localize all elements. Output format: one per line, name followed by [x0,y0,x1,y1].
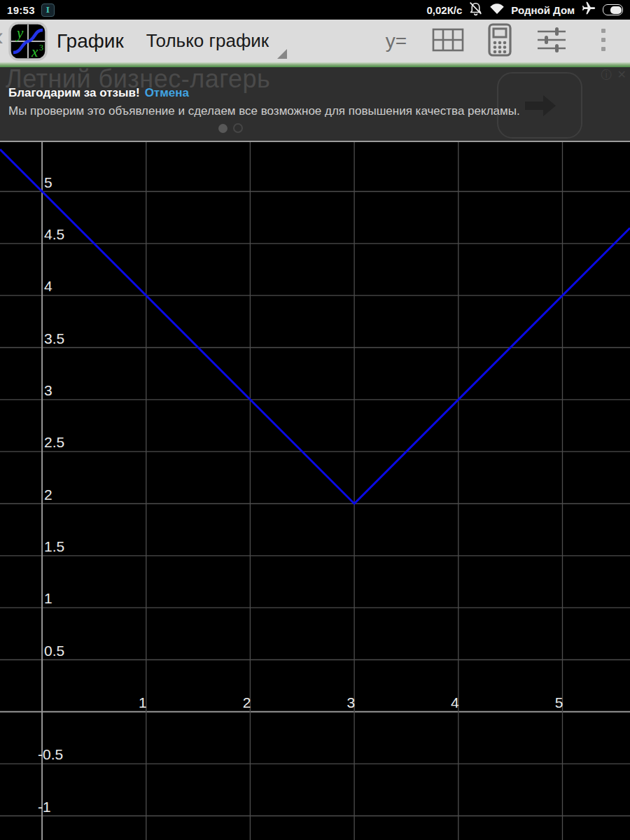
ad-close-icon[interactable]: ✕ [617,68,626,83]
feedback-detail-text: Мы проверим это объявление и сделаем все… [8,104,520,118]
overflow-menu-icon [601,28,606,55]
bell-muted-icon [468,1,483,19]
airplane-mode-icon [581,1,596,19]
cancel-link[interactable]: Отмена [145,86,189,99]
svg-text:0.5: 0.5 [44,643,64,659]
svg-text:x: x [31,43,38,60]
svg-text:-1: -1 [38,799,51,815]
ad-info-icon[interactable]: ⓘ [601,68,612,83]
clock: 19:53 [7,4,35,16]
calculator-icon [488,23,512,59]
page-dot-inactive [233,123,243,133]
calculator-button[interactable] [484,23,515,59]
svg-text:1.5: 1.5 [44,538,64,554]
svg-text:5: 5 [44,174,52,190]
ghost-ad-corner-icons: ⓘ ✕ [601,68,626,83]
svg-text:5: 5 [555,694,564,710]
svg-text:2: 2 [44,486,52,503]
y-equals-icon: y= [386,30,407,52]
svg-text:4.5: 4.5 [44,226,64,242]
notification-icon: I [41,4,55,17]
arrow-right-icon [519,92,560,120]
toolbar: ‹ y x 3 График Только график y= [0,20,630,62]
toolbar-actions: y= [381,23,619,59]
svg-text:3.5: 3.5 [44,330,64,346]
spinner-handle-icon [277,49,287,59]
banner-top-accent [0,62,630,67]
sliders-icon [536,26,567,57]
battery-icon [603,4,623,15]
overflow-menu-button[interactable] [588,23,619,59]
svg-text:1: 1 [139,694,147,710]
svg-text:4: 4 [451,694,459,710]
status-bar: 19:53 I 0,02К/с Родной Дом [0,0,630,20]
screen: 19:53 I 0,02К/с Родной Дом [0,0,630,840]
view-mode-spinner[interactable]: Только график [146,20,288,62]
back-button[interactable]: ‹ [0,24,4,50]
svg-text:3: 3 [346,694,355,710]
plot-canvas[interactable]: 54.543.532.521.510.5-0.5-112345 [0,142,630,840]
svg-text:2.5: 2.5 [44,434,64,450]
table-button[interactable] [433,23,463,59]
wifi-icon [489,2,505,18]
page-title: График [57,30,124,52]
network-speed: 0,02К/с [426,4,462,16]
svg-text:4: 4 [44,278,52,294]
feedback-message: Благодарим за отзыв!Отмена Мы проверим э… [8,86,520,118]
sliders-button[interactable] [536,23,567,59]
svg-text:2: 2 [243,694,251,710]
svg-text:-0.5: -0.5 [38,746,63,762]
page-indicator [218,123,243,133]
ad-banner[interactable]: Летний бизнес-лагерь ⓘ ✕ Благодарим за о… [0,67,630,142]
page-dot-active [218,124,227,133]
battery-fill [610,6,622,14]
svg-text:3: 3 [39,43,43,52]
table-icon [432,28,464,55]
graph-area[interactable]: 54.543.532.521.510.5-0.5-112345 [0,142,630,840]
feedback-thanks-text: Благодарим за отзыв! [8,86,140,99]
svg-text:3: 3 [44,382,52,398]
app-logo-icon[interactable]: y x 3 [8,22,48,61]
svg-text:1: 1 [44,590,52,606]
equations-button[interactable]: y= [381,23,412,59]
carrier-label: Родной Дом [511,4,575,16]
svg-text:y: y [15,24,24,41]
view-mode-label: Только график [146,30,270,52]
